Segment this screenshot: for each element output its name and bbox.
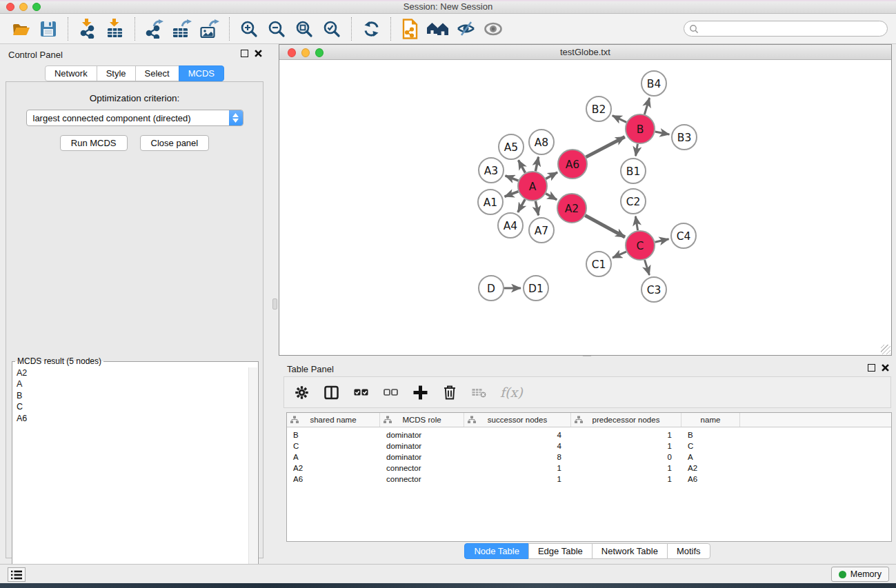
task-history-button[interactable] — [8, 567, 26, 582]
zoom-window-button[interactable] — [32, 3, 41, 11]
export-network-button[interactable] — [141, 17, 168, 41]
graph-node-C[interactable]: C — [626, 231, 655, 260]
graph-edge-A-A1[interactable] — [505, 192, 519, 196]
window-resize-grip[interactable] — [881, 345, 890, 354]
show-column-button[interactable] — [322, 383, 340, 401]
graph-node-B1[interactable]: B1 — [621, 159, 646, 183]
search-box[interactable] — [684, 21, 888, 37]
graph-node-A[interactable]: A — [518, 172, 547, 201]
table-row[interactable]: Bdominator41B — [287, 429, 891, 440]
save-session-button[interactable] — [34, 17, 62, 41]
column-header-successor-nodes[interactable]: successor nodes — [464, 413, 571, 427]
graph-edge-A-A6[interactable] — [546, 172, 557, 179]
table-row[interactable]: Cdominator41C — [287, 440, 891, 452]
tab-edge-table[interactable]: Edge Table — [528, 543, 593, 559]
graph-node-B2[interactable]: B2 — [586, 97, 611, 121]
graph-node-C2[interactable]: C2 — [621, 189, 646, 214]
tab-node-table[interactable]: Node Table — [464, 543, 529, 559]
column-header-shared-name[interactable]: shared name — [287, 413, 380, 427]
graph-edge-C-C1[interactable] — [613, 252, 626, 258]
export-image-button[interactable] — [196, 17, 223, 41]
graph-edge-B-B4[interactable] — [644, 98, 649, 114]
tab-mcds[interactable]: MCDS — [179, 65, 224, 81]
delete-table-button[interactable] — [470, 383, 488, 401]
graph-node-B4[interactable]: B4 — [641, 71, 666, 96]
graph-node-C3[interactable]: C3 — [641, 277, 666, 302]
select-all-rows-button[interactable] — [352, 383, 370, 401]
graph-node-A4[interactable]: A4 — [498, 213, 523, 238]
tab-style[interactable]: Style — [97, 65, 136, 81]
home-networks-button[interactable] — [424, 17, 452, 41]
table-settings-button[interactable] — [292, 383, 310, 401]
search-input[interactable] — [699, 22, 887, 35]
network-canvas[interactable]: AA1A2A3A4A5A6A7A8BB1B2B3B4CC1C2C3C4DD1 — [279, 60, 891, 355]
mcds-result-item[interactable]: A — [13, 378, 248, 389]
mcds-result-item[interactable]: B — [13, 390, 248, 401]
graph-node-A1[interactable]: A1 — [478, 190, 503, 214]
graph-edge-C-C2[interactable] — [635, 216, 637, 231]
column-header-predecessor-nodes[interactable]: predecessor nodes — [571, 413, 681, 427]
graph-node-A2[interactable]: A2 — [557, 194, 586, 223]
graph-edge-A-A8[interactable] — [535, 157, 538, 172]
zoom-selected-button[interactable] — [318, 17, 346, 41]
column-header-name[interactable]: name — [681, 413, 740, 427]
graph-node-A5[interactable]: A5 — [499, 134, 524, 159]
column-header-MCDS-role[interactable]: MCDS role — [380, 413, 464, 427]
network-close-button[interactable] — [288, 48, 296, 57]
graph-edge-B-B2[interactable] — [613, 116, 626, 123]
graph-edge-A-A2[interactable] — [546, 194, 557, 200]
graph-node-A7[interactable]: A7 — [529, 218, 554, 243]
graph-node-D[interactable]: D — [479, 276, 504, 301]
graph-node-D1[interactable]: D1 — [524, 276, 548, 301]
tab-select[interactable]: Select — [135, 65, 179, 81]
export-table-button[interactable] — [168, 17, 196, 41]
graph-edge-A6-B[interactable] — [586, 137, 625, 157]
tab-network-table[interactable]: Network Table — [592, 543, 668, 559]
zoom-out-button[interactable] — [263, 17, 290, 41]
add-row-button[interactable] — [411, 383, 429, 401]
zoom-fit-button[interactable] — [290, 17, 318, 41]
network-maximize-button[interactable] — [315, 48, 323, 57]
graph-edge-A-A5[interactable] — [519, 160, 526, 172]
network-window-titlebar[interactable]: testGlobe.txt — [279, 45, 891, 60]
tab-motifs[interactable]: Motifs — [667, 543, 710, 559]
graph-node-A8[interactable]: A8 — [529, 130, 554, 154]
graph-edge-C-C4[interactable] — [655, 239, 668, 242]
graph-node-B[interactable]: B — [626, 114, 655, 143]
network-vertical-scrollbar[interactable] — [272, 298, 277, 310]
float-panel-icon[interactable] — [868, 364, 875, 372]
graph-node-A3[interactable]: A3 — [479, 158, 504, 183]
memory-button[interactable]: Memory — [831, 567, 889, 582]
import-network-button[interactable] — [74, 17, 101, 41]
graph-node-C4[interactable]: C4 — [671, 223, 696, 248]
close-panel-button[interactable]: Close panel — [140, 135, 210, 151]
minimize-window-button[interactable] — [19, 3, 28, 11]
graph-edge-A2-C[interactable] — [585, 216, 625, 237]
graph-node-A6[interactable]: A6 — [558, 150, 587, 179]
table-row[interactable]: A6connector11A6 — [287, 474, 891, 485]
refresh-view-button[interactable] — [357, 17, 385, 41]
graph-node-C1[interactable]: C1 — [586, 252, 611, 276]
cyndex-button[interactable] — [397, 17, 424, 41]
criterion-dropdown[interactable]: largest connected component (directed) — [26, 110, 243, 126]
tab-network[interactable]: Network — [45, 65, 97, 81]
function-builder-button[interactable]: f(x) — [500, 383, 523, 401]
graph-edge-A-A4[interactable] — [518, 199, 525, 212]
show-all-button[interactable] — [479, 17, 507, 41]
open-session-button[interactable] — [7, 17, 34, 41]
zoom-in-button[interactable] — [235, 17, 263, 41]
graph-node-B3[interactable]: B3 — [672, 125, 697, 150]
mcds-result-item[interactable]: C — [13, 401, 248, 412]
close-panel-icon[interactable] — [882, 364, 889, 372]
table-row[interactable]: A2connector11A2 — [287, 463, 891, 474]
run-mcds-button[interactable]: Run MCDS — [60, 135, 128, 151]
graph-edge-A-A3[interactable] — [506, 176, 519, 181]
network-minimize-button[interactable] — [301, 48, 310, 57]
mcds-result-item[interactable]: A2 — [13, 367, 248, 378]
graph-edge-B-B1[interactable] — [636, 144, 638, 156]
graph-edge-A-A7[interactable] — [535, 201, 538, 216]
delete-row-button[interactable] — [441, 383, 459, 401]
close-panel-icon[interactable] — [255, 50, 262, 57]
result-scrollbar[interactable] — [248, 367, 257, 587]
graph-edge-C-C3[interactable] — [645, 260, 650, 275]
